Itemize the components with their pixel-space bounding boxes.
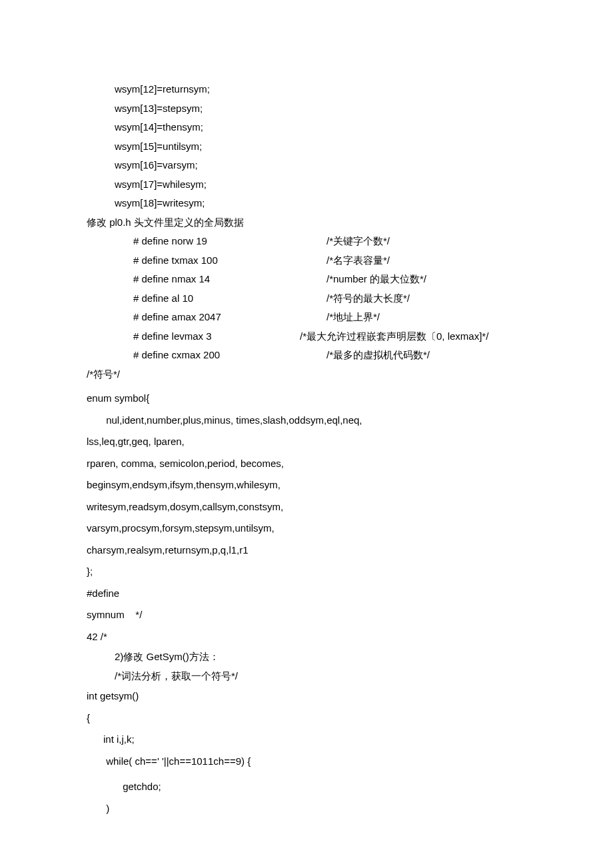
symbol-comment: /*符号*/ xyxy=(87,365,526,384)
enum-line: charsym,realsym,returnsym,p,q,l1,r1 xyxy=(87,540,526,562)
define-comment: /*名字表容量*/ xyxy=(326,251,526,270)
define-row: # define amax 2047 /*地址上界*/ xyxy=(87,308,526,327)
define-row: # define levmax 3 /*最大允许过程嵌套声明层数〔0, lexm… xyxy=(87,327,526,346)
enum-line: #define xyxy=(87,583,526,605)
define-comment: /*最多的虚拟机代码数*/ xyxy=(326,346,526,365)
define-row: # define norw 19 /*关键字个数*/ xyxy=(87,232,526,251)
enum-line: 42 /* xyxy=(87,626,526,648)
section2-comment: /*词法分析，获取一个符号*/ xyxy=(87,667,526,686)
enum-line: nul,ident,number,plus,minus, times,slash… xyxy=(87,410,526,432)
wsym-assignment: wsym[12]=returnsym; xyxy=(87,80,526,99)
enum-line: }; xyxy=(87,561,526,583)
define-code: # define amax 2047 xyxy=(87,308,326,327)
getsym-line: getchdo; xyxy=(87,776,526,798)
getsym-line: ) xyxy=(87,798,526,820)
define-code: # define nmax 14 xyxy=(87,270,326,289)
define-row: # define nmax 14 /*number 的最大位数*/ xyxy=(87,270,526,289)
enum-line: symnum */ xyxy=(87,604,526,626)
wsym-assignment: wsym[15]=untilsym; xyxy=(87,137,526,157)
wsym-assignment: wsym[17]=whilesym; xyxy=(87,175,526,195)
define-code: # define txmax 100 xyxy=(87,251,326,270)
define-row: # define txmax 100 /*名字表容量*/ xyxy=(87,251,526,270)
enum-line: rparen, comma, semicolon,period, becomes… xyxy=(87,453,526,475)
define-code: # define norw 19 xyxy=(87,232,326,251)
getsym-line: int i,j,k; xyxy=(87,729,526,751)
define-comment: /*number 的最大位数*/ xyxy=(326,270,526,289)
wsym-assignment: wsym[18]=writesym; xyxy=(87,194,526,213)
define-code: # define levmax 3 xyxy=(87,327,326,346)
getsym-line: { xyxy=(87,707,526,729)
define-row: # define al 10 /*符号的最大长度*/ xyxy=(87,289,526,308)
getsym-line: int getsym() xyxy=(87,685,526,707)
document-page: wsym[12]=returnsym; wsym[13]=stepsym; ws… xyxy=(0,0,613,859)
define-comment: /*关键字个数*/ xyxy=(326,232,526,251)
wsym-assignment: wsym[14]=thensym; xyxy=(87,118,526,137)
wsym-assignment: wsym[16]=varsym; xyxy=(87,156,526,175)
section2-title: 2)修改 GetSym()方法： xyxy=(87,648,526,667)
define-code: # define cxmax 200 xyxy=(87,346,326,365)
enum-line: lss,leq,gtr,geq, lparen, xyxy=(87,431,526,453)
define-row: # define cxmax 200 /*最多的虚拟机代码数*/ xyxy=(87,346,526,365)
define-comment: /*地址上界*/ xyxy=(326,308,526,327)
define-comment: /*最大允许过程嵌套声明层数〔0, lexmax]*/ xyxy=(300,327,526,346)
enum-line: varsym,procsym,forsym,stepsym,untilsym, xyxy=(87,518,526,540)
enum-line: enum symbol{ xyxy=(87,388,526,410)
define-code: # define al 10 xyxy=(87,289,326,308)
getsym-line: while( ch==' '||ch==1011ch==9) { xyxy=(87,751,526,773)
enum-line: beginsym,endsym,ifsym,thensym,whilesym, xyxy=(87,474,526,496)
define-comment: /*符号的最大长度*/ xyxy=(326,289,526,308)
enum-line: writesym,readsym,dosym,callsym,constsym, xyxy=(87,496,526,518)
modify-header-line: 修改 pl0.h 头文件里定义的全局数据 xyxy=(87,213,526,232)
wsym-assignment: wsym[13]=stepsym; xyxy=(87,99,526,119)
